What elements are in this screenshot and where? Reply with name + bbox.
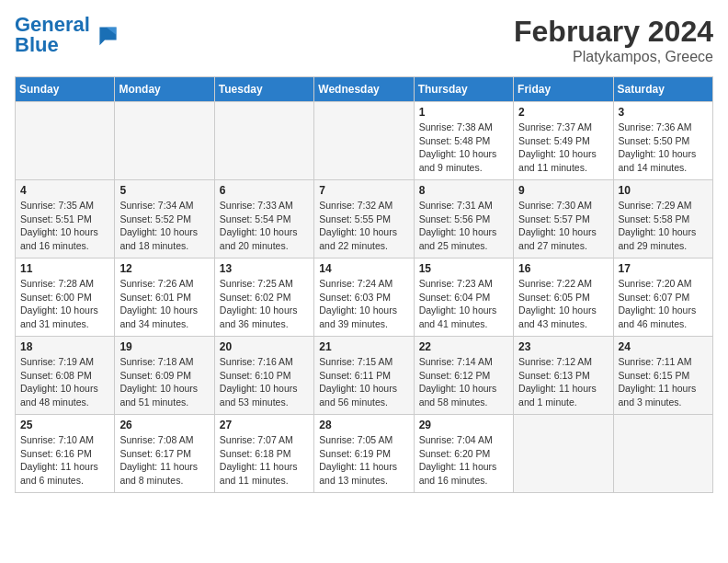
day-info: Sunrise: 7:22 AMSunset: 6:05 PMDaylight:… bbox=[518, 277, 608, 331]
title-block: February 2024 Platykampos, Greece bbox=[514, 15, 713, 65]
day-number: 15 bbox=[419, 262, 508, 275]
day-number: 9 bbox=[518, 184, 608, 197]
day-info: Sunrise: 7:14 AMSunset: 6:12 PMDaylight:… bbox=[419, 355, 508, 409]
day-number: 8 bbox=[419, 184, 508, 197]
calendar-week-row: 1Sunrise: 7:38 AMSunset: 5:48 PMDaylight… bbox=[16, 102, 713, 180]
calendar-cell: 13Sunrise: 7:25 AMSunset: 6:02 PMDayligh… bbox=[214, 259, 313, 337]
calendar-cell: 11Sunrise: 7:28 AMSunset: 6:00 PMDayligh… bbox=[16, 259, 115, 337]
column-header-friday: Friday bbox=[514, 77, 613, 102]
day-number: 18 bbox=[20, 340, 109, 353]
day-info: Sunrise: 7:23 AMSunset: 6:04 PMDaylight:… bbox=[419, 277, 508, 331]
day-number: 11 bbox=[20, 262, 109, 275]
calendar-cell bbox=[613, 415, 712, 493]
calendar-cell: 23Sunrise: 7:12 AMSunset: 6:13 PMDayligh… bbox=[514, 337, 613, 415]
day-number: 12 bbox=[119, 262, 209, 275]
calendar-cell: 22Sunrise: 7:14 AMSunset: 6:12 PMDayligh… bbox=[414, 337, 513, 415]
calendar-cell bbox=[514, 415, 613, 493]
day-number: 22 bbox=[419, 340, 508, 353]
calendar-week-row: 25Sunrise: 7:10 AMSunset: 6:16 PMDayligh… bbox=[16, 415, 713, 493]
calendar-cell bbox=[314, 102, 414, 180]
day-number: 7 bbox=[319, 184, 408, 197]
day-info: Sunrise: 7:12 AMSunset: 6:13 PMDaylight:… bbox=[518, 355, 608, 409]
calendar-week-row: 18Sunrise: 7:19 AMSunset: 6:08 PMDayligh… bbox=[16, 337, 713, 415]
day-number: 2 bbox=[518, 106, 608, 119]
column-header-tuesday: Tuesday bbox=[214, 77, 313, 102]
calendar-cell bbox=[214, 102, 313, 180]
day-number: 13 bbox=[220, 262, 309, 275]
day-info: Sunrise: 7:36 AMSunset: 5:50 PMDaylight:… bbox=[619, 121, 708, 175]
day-info: Sunrise: 7:16 AMSunset: 6:10 PMDaylight:… bbox=[220, 355, 309, 409]
day-info: Sunrise: 7:10 AMSunset: 6:16 PMDaylight:… bbox=[20, 433, 109, 488]
calendar-cell: 1Sunrise: 7:38 AMSunset: 5:48 PMDaylight… bbox=[414, 102, 513, 180]
day-number: 1 bbox=[419, 106, 508, 119]
day-info: Sunrise: 7:32 AMSunset: 5:55 PMDaylight:… bbox=[319, 199, 408, 253]
day-info: Sunrise: 7:33 AMSunset: 5:54 PMDaylight:… bbox=[220, 199, 309, 253]
calendar-cell: 17Sunrise: 7:20 AMSunset: 6:07 PMDayligh… bbox=[613, 259, 712, 337]
day-number: 19 bbox=[119, 340, 209, 353]
calendar-cell: 5Sunrise: 7:34 AMSunset: 5:52 PMDaylight… bbox=[115, 180, 214, 259]
day-info: Sunrise: 7:28 AMSunset: 6:00 PMDaylight:… bbox=[20, 277, 109, 331]
day-number: 17 bbox=[619, 262, 708, 275]
logo-icon bbox=[92, 22, 118, 48]
calendar-cell: 29Sunrise: 7:04 AMSunset: 6:20 PMDayligh… bbox=[414, 415, 513, 493]
calendar-subtitle: Platykampos, Greece bbox=[514, 49, 713, 65]
day-number: 21 bbox=[319, 340, 408, 353]
day-number: 27 bbox=[220, 419, 309, 431]
calendar-header-row: SundayMondayTuesdayWednesdayThursdayFrid… bbox=[16, 77, 713, 102]
calendar-cell: 28Sunrise: 7:05 AMSunset: 6:19 PMDayligh… bbox=[314, 415, 414, 493]
day-info: Sunrise: 7:31 AMSunset: 5:56 PMDaylight:… bbox=[419, 199, 508, 253]
day-info: Sunrise: 7:26 AMSunset: 6:01 PMDaylight:… bbox=[119, 277, 209, 331]
calendar-cell: 20Sunrise: 7:16 AMSunset: 6:10 PMDayligh… bbox=[214, 337, 313, 415]
day-info: Sunrise: 7:30 AMSunset: 5:57 PMDaylight:… bbox=[518, 199, 608, 253]
calendar-cell: 16Sunrise: 7:22 AMSunset: 6:05 PMDayligh… bbox=[514, 259, 613, 337]
calendar-cell: 12Sunrise: 7:26 AMSunset: 6:01 PMDayligh… bbox=[115, 259, 214, 337]
day-number: 24 bbox=[619, 340, 708, 353]
day-info: Sunrise: 7:35 AMSunset: 5:51 PMDaylight:… bbox=[20, 199, 109, 253]
day-info: Sunrise: 7:34 AMSunset: 5:52 PMDaylight:… bbox=[119, 199, 209, 253]
calendar-week-row: 4Sunrise: 7:35 AMSunset: 5:51 PMDaylight… bbox=[16, 180, 713, 259]
day-info: Sunrise: 7:04 AMSunset: 6:20 PMDaylight:… bbox=[419, 433, 508, 488]
day-info: Sunrise: 7:38 AMSunset: 5:48 PMDaylight:… bbox=[419, 121, 508, 175]
calendar-cell: 18Sunrise: 7:19 AMSunset: 6:08 PMDayligh… bbox=[16, 337, 115, 415]
calendar-cell: 25Sunrise: 7:10 AMSunset: 6:16 PMDayligh… bbox=[16, 415, 115, 493]
day-info: Sunrise: 7:29 AMSunset: 5:58 PMDaylight:… bbox=[619, 199, 708, 253]
calendar-cell: 27Sunrise: 7:07 AMSunset: 6:18 PMDayligh… bbox=[214, 415, 313, 493]
calendar-cell: 6Sunrise: 7:33 AMSunset: 5:54 PMDaylight… bbox=[214, 180, 313, 259]
calendar-cell: 2Sunrise: 7:37 AMSunset: 5:49 PMDaylight… bbox=[514, 102, 613, 180]
day-number: 6 bbox=[220, 184, 309, 197]
day-info: Sunrise: 7:37 AMSunset: 5:49 PMDaylight:… bbox=[518, 121, 608, 175]
page-header: General Blue February 2024 Platykampos, … bbox=[15, 15, 713, 65]
calendar-week-row: 11Sunrise: 7:28 AMSunset: 6:00 PMDayligh… bbox=[16, 259, 713, 337]
column-header-wednesday: Wednesday bbox=[314, 77, 414, 102]
day-info: Sunrise: 7:18 AMSunset: 6:09 PMDaylight:… bbox=[119, 355, 209, 409]
day-number: 28 bbox=[319, 419, 408, 431]
calendar-cell: 14Sunrise: 7:24 AMSunset: 6:03 PMDayligh… bbox=[314, 259, 414, 337]
day-info: Sunrise: 7:15 AMSunset: 6:11 PMDaylight:… bbox=[319, 355, 408, 409]
calendar-cell: 19Sunrise: 7:18 AMSunset: 6:09 PMDayligh… bbox=[115, 337, 214, 415]
calendar-cell: 10Sunrise: 7:29 AMSunset: 5:58 PMDayligh… bbox=[613, 180, 712, 259]
logo-blue: Blue bbox=[15, 33, 59, 56]
day-number: 25 bbox=[20, 419, 109, 431]
calendar-cell: 24Sunrise: 7:11 AMSunset: 6:15 PMDayligh… bbox=[613, 337, 712, 415]
calendar-cell: 4Sunrise: 7:35 AMSunset: 5:51 PMDaylight… bbox=[16, 180, 115, 259]
calendar-cell: 8Sunrise: 7:31 AMSunset: 5:56 PMDaylight… bbox=[414, 180, 513, 259]
column-header-saturday: Saturday bbox=[613, 77, 712, 102]
day-info: Sunrise: 7:11 AMSunset: 6:15 PMDaylight:… bbox=[619, 355, 708, 409]
day-number: 16 bbox=[518, 262, 608, 275]
day-info: Sunrise: 7:19 AMSunset: 6:08 PMDaylight:… bbox=[20, 355, 109, 409]
day-number: 10 bbox=[619, 184, 708, 197]
day-info: Sunrise: 7:05 AMSunset: 6:19 PMDaylight:… bbox=[319, 433, 408, 488]
calendar-title: February 2024 bbox=[514, 15, 713, 49]
day-number: 4 bbox=[20, 184, 109, 197]
day-info: Sunrise: 7:25 AMSunset: 6:02 PMDaylight:… bbox=[220, 277, 309, 331]
calendar-cell: 15Sunrise: 7:23 AMSunset: 6:04 PMDayligh… bbox=[414, 259, 513, 337]
calendar-cell: 26Sunrise: 7:08 AMSunset: 6:17 PMDayligh… bbox=[115, 415, 214, 493]
day-number: 14 bbox=[319, 262, 408, 275]
logo-wordmark: General Blue bbox=[15, 15, 90, 55]
column-header-thursday: Thursday bbox=[414, 77, 513, 102]
day-number: 5 bbox=[119, 184, 209, 197]
calendar-cell: 3Sunrise: 7:36 AMSunset: 5:50 PMDaylight… bbox=[613, 102, 712, 180]
day-number: 29 bbox=[419, 419, 508, 431]
day-info: Sunrise: 7:08 AMSunset: 6:17 PMDaylight:… bbox=[119, 433, 209, 488]
calendar-cell: 21Sunrise: 7:15 AMSunset: 6:11 PMDayligh… bbox=[314, 337, 414, 415]
